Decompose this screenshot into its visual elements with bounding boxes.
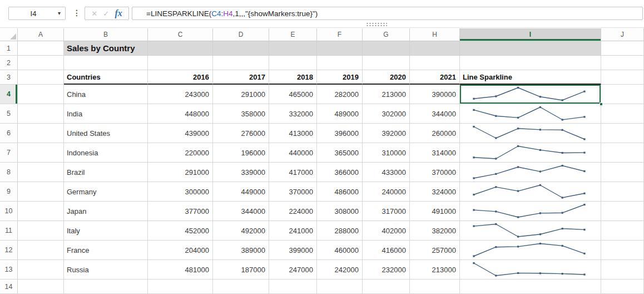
cell-I6[interactable] xyxy=(460,124,601,143)
cell-E14[interactable] xyxy=(269,280,317,294)
cell-B14[interactable] xyxy=(64,280,148,294)
column-header-F[interactable]: F xyxy=(317,28,363,41)
cell-A14[interactable] xyxy=(18,280,64,294)
cell-E5[interactable]: 332000 xyxy=(269,104,317,124)
cell-J12[interactable] xyxy=(601,241,644,260)
cell-G12[interactable]: 416000 xyxy=(363,241,410,260)
cell-I12[interactable] xyxy=(460,241,601,260)
cell-H7[interactable]: 314000 xyxy=(410,143,460,163)
cell-A6[interactable] xyxy=(18,124,64,143)
cell-C9[interactable]: 300000 xyxy=(148,182,213,202)
cell-B11[interactable]: Italy xyxy=(64,221,148,241)
row-header-2[interactable]: 2 xyxy=(0,56,18,70)
cell-A2[interactable] xyxy=(18,56,64,70)
row-header-1[interactable]: 1 xyxy=(0,41,18,56)
cell-E8[interactable]: 417000 xyxy=(269,163,317,182)
column-header-B[interactable]: B xyxy=(64,28,148,41)
row-header-13[interactable]: 13 xyxy=(0,260,18,280)
cell-F6[interactable]: 396000 xyxy=(317,124,363,143)
cell-A10[interactable] xyxy=(18,202,64,221)
row-header-4[interactable]: 4 xyxy=(0,85,18,104)
cell-A11[interactable] xyxy=(18,221,64,241)
cell-B13[interactable]: Russia xyxy=(64,260,148,280)
cell-B7[interactable]: Indonesia xyxy=(64,143,148,163)
cell-A5[interactable] xyxy=(18,104,64,124)
row-header-10[interactable]: 10 xyxy=(0,202,18,221)
cell-E1[interactable] xyxy=(269,41,317,56)
cell-G3[interactable]: 2020 xyxy=(363,70,410,85)
cell-B4[interactable]: China xyxy=(64,85,148,104)
column-header-E[interactable]: E xyxy=(269,28,317,41)
cell-D12[interactable]: 389000 xyxy=(213,241,269,260)
cell-A13[interactable] xyxy=(18,260,64,280)
cell-G9[interactable]: 240000 xyxy=(363,182,410,202)
row-header-5[interactable]: 5 xyxy=(0,104,18,124)
cell-D8[interactable]: 339000 xyxy=(213,163,269,182)
cell-H12[interactable]: 257000 xyxy=(410,241,460,260)
cell-E10[interactable]: 224000 xyxy=(269,202,317,221)
cell-B3[interactable]: Countries xyxy=(64,70,148,85)
cell-D13[interactable]: 187000 xyxy=(213,260,269,280)
row-header-12[interactable]: 12 xyxy=(0,241,18,260)
cell-G7[interactable]: 310000 xyxy=(363,143,410,163)
cell-I1[interactable] xyxy=(460,41,601,56)
cell-H2[interactable] xyxy=(410,56,460,70)
cell-H11[interactable]: 382000 xyxy=(410,221,460,241)
row-header-7[interactable]: 7 xyxy=(0,143,18,163)
cell-G11[interactable]: 402000 xyxy=(363,221,410,241)
cell-J10[interactable] xyxy=(601,202,644,221)
cell-D6[interactable]: 276000 xyxy=(213,124,269,143)
cell-G14[interactable] xyxy=(363,280,410,294)
row-header-14[interactable]: 14 xyxy=(0,280,18,294)
column-header-H[interactable]: H xyxy=(410,28,460,41)
row-header-3[interactable]: 3 xyxy=(0,70,18,85)
cell-H6[interactable]: 260000 xyxy=(410,124,460,143)
cell-D9[interactable]: 449000 xyxy=(213,182,269,202)
cell-I4[interactable] xyxy=(460,85,601,104)
cell-D5[interactable]: 358000 xyxy=(213,104,269,124)
cell-J14[interactable] xyxy=(601,280,644,294)
cell-F1[interactable] xyxy=(317,41,363,56)
cell-F11[interactable]: 288000 xyxy=(317,221,363,241)
cell-G10[interactable]: 317000 xyxy=(363,202,410,221)
select-all-corner[interactable] xyxy=(0,28,18,41)
cell-G4[interactable]: 213000 xyxy=(363,85,410,104)
cell-I9[interactable] xyxy=(460,182,601,202)
cell-E2[interactable] xyxy=(269,56,317,70)
more-options-icon[interactable]: ⋮ xyxy=(73,9,81,17)
cell-G6[interactable]: 392000 xyxy=(363,124,410,143)
cell-D10[interactable]: 344000 xyxy=(213,202,269,221)
cell-B9[interactable]: Germany xyxy=(64,182,148,202)
cell-B5[interactable]: India xyxy=(64,104,148,124)
cell-F8[interactable]: 366000 xyxy=(317,163,363,182)
cell-H10[interactable]: 491000 xyxy=(410,202,460,221)
cell-F3[interactable]: 2019 xyxy=(317,70,363,85)
cell-I14[interactable] xyxy=(460,280,601,294)
cell-H3[interactable]: 2021 xyxy=(410,70,460,85)
cell-J13[interactable] xyxy=(601,260,644,280)
cell-B1[interactable]: Sales by Country xyxy=(64,41,148,56)
cell-D14[interactable] xyxy=(213,280,269,294)
cell-E9[interactable]: 370000 xyxy=(269,182,317,202)
cell-J7[interactable] xyxy=(601,143,644,163)
cell-C4[interactable]: 243000 xyxy=(148,85,213,104)
cell-A9[interactable] xyxy=(18,182,64,202)
cell-A12[interactable] xyxy=(18,241,64,260)
cell-C10[interactable]: 377000 xyxy=(148,202,213,221)
cell-C11[interactable]: 452000 xyxy=(148,221,213,241)
cell-E7[interactable]: 440000 xyxy=(269,143,317,163)
cell-F2[interactable] xyxy=(317,56,363,70)
cell-G1[interactable] xyxy=(363,41,410,56)
formula-bar-resize-handle[interactable] xyxy=(366,22,387,27)
fill-handle[interactable] xyxy=(600,102,603,106)
cell-C7[interactable]: 220000 xyxy=(148,143,213,163)
cell-A7[interactable] xyxy=(18,143,64,163)
cell-G5[interactable]: 302000 xyxy=(363,104,410,124)
row-header-11[interactable]: 11 xyxy=(0,221,18,241)
cell-B6[interactable]: United States xyxy=(64,124,148,143)
cell-F14[interactable] xyxy=(317,280,363,294)
cell-J11[interactable] xyxy=(601,221,644,241)
cell-F5[interactable]: 489000 xyxy=(317,104,363,124)
cell-E13[interactable]: 247000 xyxy=(269,260,317,280)
enter-icon[interactable]: ✓ xyxy=(103,9,109,18)
